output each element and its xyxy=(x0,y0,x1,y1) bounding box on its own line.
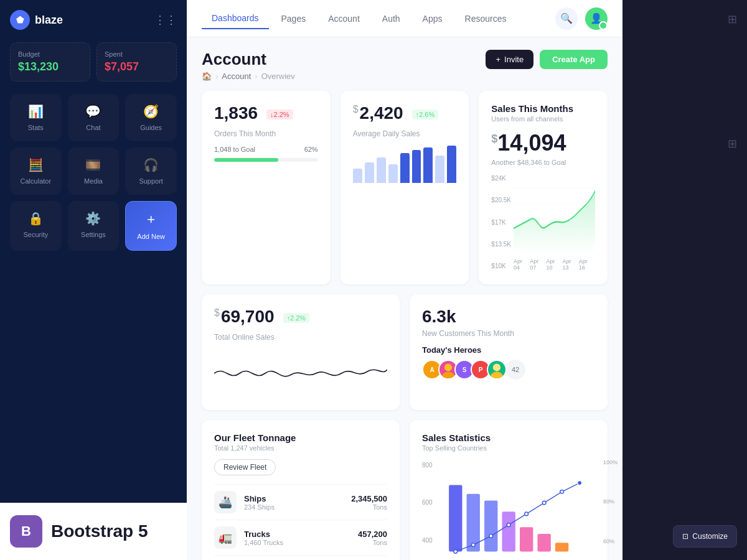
ships-unit: Tons xyxy=(351,503,387,511)
fleet-row-planes: ✈️ Planes 8 Aircrafts 1,240 Tons xyxy=(214,555,387,560)
sales-month-title: Sales This Months xyxy=(491,103,595,114)
online-sales-value: $69,700 xyxy=(214,307,275,327)
svg-point-6 xyxy=(493,363,500,371)
menu-icon[interactable]: ⋮⋮ xyxy=(154,13,177,27)
sidebar-item-label: Calculator xyxy=(21,177,52,185)
sidebar-item-add-new[interactable]: + Add New xyxy=(125,201,177,251)
sales-month-value: $14,094 xyxy=(491,130,595,156)
sidebar-item-label: Media xyxy=(84,177,103,185)
stats-row2: $69,700 ↑ 2.2% Total Online Sales 6.3k xyxy=(202,294,608,410)
fleet-card: Our Fleet Tonnage Total 1,247 vehicles R… xyxy=(202,420,400,560)
spent-card: Spent $7,057 xyxy=(96,42,177,82)
bar-2 xyxy=(365,162,374,183)
right-settings-icon-2[interactable]: ⊞ xyxy=(728,137,737,151)
svg-point-5 xyxy=(442,372,454,380)
right-panel: ⊞ ⊞ ⊡ Customize xyxy=(622,0,747,560)
search-button[interactable]: 🔍 xyxy=(555,7,578,30)
sales-stats-subtitle: Top Selling Countries xyxy=(422,444,595,452)
top-nav: Dashboards Pages Account Auth Apps Resou… xyxy=(187,0,622,37)
spent-label: Spent xyxy=(105,50,169,58)
sales-goal-text: Another $48,346 to Goal xyxy=(491,159,595,166)
budget-row: Budget $13,230 Spent $7,057 xyxy=(10,42,177,82)
svg-rect-12 xyxy=(520,527,533,551)
main-content: Dashboards Pages Account Auth Apps Resou… xyxy=(187,0,622,560)
sales-month-card: Sales This Months Users from all channel… xyxy=(479,91,608,284)
sidebar-item-security[interactable]: 🔒 Security xyxy=(10,201,62,251)
sales-month-subtitle: Users from all channels xyxy=(491,115,595,123)
tab-pages[interactable]: Pages xyxy=(271,9,316,29)
tab-resources[interactable]: Resources xyxy=(455,9,517,29)
bar-4 xyxy=(388,164,398,183)
guides-icon: 🧭 xyxy=(143,104,159,119)
plus-icon: + xyxy=(496,55,500,64)
media-icon: 🎞️ xyxy=(85,157,101,172)
review-fleet-button[interactable]: Review Fleet xyxy=(214,459,276,475)
sales-chart-svg xyxy=(514,172,595,253)
bar-1 xyxy=(353,169,362,183)
nav-tabs-bar: Dashboards Pages Account Auth Apps Resou… xyxy=(202,8,516,29)
stats-icon: 📊 xyxy=(28,104,44,119)
sidebar-item-media[interactable]: 🎞️ Media xyxy=(68,147,120,195)
page-actions: + Invite Create App xyxy=(486,50,608,69)
svg-rect-10 xyxy=(484,501,497,552)
goal-label: 1,048 to Goal xyxy=(214,146,255,153)
heroes-avatars: A S P 42 xyxy=(422,360,595,380)
breadcrumb-account[interactable]: Account xyxy=(222,72,251,81)
tab-account[interactable]: Account xyxy=(318,9,370,29)
tab-apps[interactable]: Apps xyxy=(413,9,453,29)
trucks-icon: 🚛 xyxy=(214,526,237,549)
x-axis-labels: Apr 04 Apr 07 Apr 10 Apr 13 Apr 16 xyxy=(514,258,595,271)
svg-rect-13 xyxy=(537,534,550,551)
sidebar-item-chat[interactable]: 💬 Chat xyxy=(68,94,120,141)
sidebar-item-support[interactable]: 🎧 Support xyxy=(125,147,177,195)
sidebar-item-guides[interactable]: 🧭 Guides xyxy=(125,94,177,141)
user-avatar-button[interactable]: 👤 xyxy=(585,7,608,30)
bottom-grid: Our Fleet Tonnage Total 1,247 vehicles R… xyxy=(202,420,608,560)
heroes-section: Today's Heroes A S P 42 xyxy=(422,345,595,380)
bar-9 xyxy=(447,146,456,183)
sidebar-item-stats[interactable]: 📊 Stats xyxy=(10,94,62,141)
page-title: Account xyxy=(202,50,295,69)
tab-auth[interactable]: Auth xyxy=(372,9,410,29)
online-sales-card: $69,700 ↑ 2.2% Total Online Sales xyxy=(202,294,400,410)
sidebar-header: ⬟ blaze ⋮⋮ xyxy=(10,10,177,30)
invite-button[interactable]: + Invite xyxy=(486,50,533,69)
sidebar-item-label: Stats xyxy=(28,124,44,131)
bootstrap-icon: B xyxy=(10,515,42,548)
sidebar-item-label: Chat xyxy=(86,124,100,131)
breadcrumb: 🏠 › Account › Overwiev xyxy=(202,72,295,81)
progress-bar-fill xyxy=(214,158,278,162)
fleet-subtitle: Total 1,247 vehicles xyxy=(214,444,387,452)
svg-point-15 xyxy=(454,550,458,554)
customize-button[interactable]: ⊡ Customize xyxy=(673,525,737,548)
sidebar-item-label: Add New xyxy=(137,233,165,240)
heroes-title: Today's Heroes xyxy=(422,345,595,355)
svg-point-4 xyxy=(444,363,452,371)
svg-rect-8 xyxy=(449,485,462,552)
svg-point-21 xyxy=(560,490,564,493)
currency-symbol: $ xyxy=(353,104,359,114)
svg-rect-11 xyxy=(502,511,515,551)
sidebar-item-calculator[interactable]: 🧮 Calculator xyxy=(10,147,62,195)
ships-count: 234 Ships xyxy=(244,503,275,511)
right-panel-content: ⊞ ⊞ xyxy=(622,0,747,25)
right-settings-icon-1[interactable]: ⊞ xyxy=(728,12,737,26)
trucks-unit: Tons xyxy=(358,539,387,546)
page-content: Account 🏠 › Account › Overwiev + Invite … xyxy=(187,37,622,560)
customers-card: 6.3k New Customers This Month Today's He… xyxy=(410,294,608,410)
svg-point-19 xyxy=(525,512,529,516)
bar-3 xyxy=(377,157,386,183)
tab-dashboards[interactable]: Dashboards xyxy=(202,8,269,29)
create-app-button[interactable]: Create App xyxy=(540,50,608,69)
hero-extra-count: 42 xyxy=(505,360,525,380)
sidebar-item-label: Security xyxy=(23,231,48,238)
customers-label: New Customers This Month xyxy=(422,329,595,338)
daily-sales-value: $2,420 xyxy=(353,103,403,123)
spent-value: $7,057 xyxy=(105,60,169,73)
wave-chart-svg xyxy=(214,352,387,395)
svg-rect-14 xyxy=(555,543,568,551)
trucks-count: 1,460 Trucks xyxy=(244,539,283,546)
svg-point-17 xyxy=(489,534,493,538)
sidebar-item-settings[interactable]: ⚙️ Settings xyxy=(68,201,120,251)
customize-icon: ⊡ xyxy=(682,532,688,541)
